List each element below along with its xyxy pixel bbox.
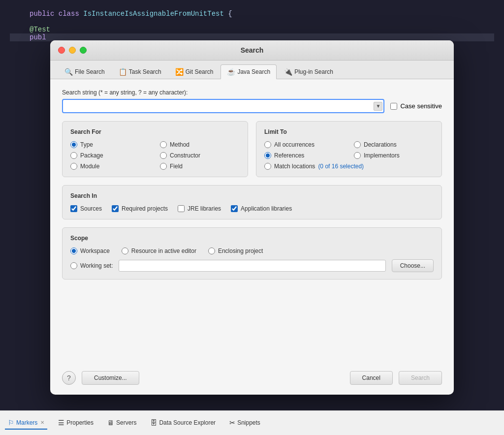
search-for-type-label: Type <box>80 141 93 148</box>
search-in-application-libraries-label: Application libraries <box>241 205 292 212</box>
case-sensitive-row: Case sensitive <box>390 102 442 110</box>
search-for-method-label: Method <box>170 141 189 148</box>
search-dropdown-arrow[interactable]: ▼ <box>374 102 382 111</box>
search-in-jre-libraries-label: JRE libraries <box>188 205 221 212</box>
search-input-wrapper: ▼ <box>62 99 384 113</box>
tab-plugin-search-label: Plug-in Search <box>294 68 333 75</box>
search-for-field-label: Field <box>170 163 183 170</box>
maximize-button[interactable] <box>80 47 87 54</box>
close-button[interactable] <box>58 47 65 54</box>
tab-java-search-label: Java Search <box>237 68 270 75</box>
limit-to-references-label: References <box>274 152 304 159</box>
task-search-icon: 📋 <box>119 68 127 76</box>
search-input[interactable] <box>62 99 384 113</box>
properties-icon: ☰ <box>58 419 64 427</box>
scope-panel: Scope Workspace Resource in active edito… <box>62 227 442 280</box>
scope-resource-label: Resource in active editor <box>131 248 196 254</box>
search-for-package-label: Package <box>80 152 103 159</box>
dialog-body: Search string (* = any string, ? = any c… <box>50 79 454 365</box>
file-search-icon: 🔍 <box>64 68 73 76</box>
working-set-input[interactable] <box>119 260 385 272</box>
search-in-application-libraries[interactable]: Application libraries <box>231 205 292 212</box>
search-for-constructor[interactable]: Constructor <box>160 152 240 159</box>
tab-task-search[interactable]: 📋 Task Search <box>112 64 168 79</box>
dialog-title: Search <box>241 46 264 54</box>
search-in-title: Search In <box>70 192 434 199</box>
bottom-tab-properties[interactable]: ☰ Properties <box>55 417 96 430</box>
case-sensitive-checkbox[interactable] <box>390 103 397 110</box>
tab-file-search[interactable]: 🔍 File Search <box>58 64 111 79</box>
limit-to-grid: All occurrences Declarations References <box>264 141 434 170</box>
servers-icon: 🖥 <box>107 419 114 427</box>
tab-git-search[interactable]: 🔀 Git Search <box>169 64 220 79</box>
scope-working-set-radio[interactable]: Working set: <box>70 262 113 269</box>
search-in-jre-libraries[interactable]: JRE libraries <box>178 205 221 212</box>
scope-row-2: Working set: Choose... <box>70 259 434 272</box>
limit-to-references[interactable]: References <box>264 152 344 159</box>
bottom-tab-servers[interactable]: 🖥 Servers <box>104 417 139 430</box>
customize-button[interactable]: Customize... <box>82 371 139 385</box>
search-string-label: Search string (* = any string, ? = any c… <box>62 89 442 96</box>
case-sensitive-label: Case sensitive <box>400 102 442 110</box>
tab-java-search[interactable]: ☕ Java Search <box>220 64 277 79</box>
limit-to-all-label: All occurrences <box>274 141 315 148</box>
limit-to-match-locations[interactable]: Match locations (0 of 16 selected) <box>264 163 434 170</box>
search-in-sources[interactable]: Sources <box>70 205 102 212</box>
bottom-bar: ⚐ Markers ✕ ☰ Properties 🖥 Servers 🗄 Dat… <box>0 410 504 435</box>
limit-to-declarations-label: Declarations <box>364 141 397 148</box>
match-locations-link[interactable]: (0 of 16 selected) <box>318 163 364 170</box>
limit-to-implementors-label: Implementors <box>364 152 400 159</box>
scope-enclosing-project[interactable]: Enclosing project <box>208 248 263 254</box>
cancel-button[interactable]: Cancel <box>350 371 393 385</box>
bottom-tab-markers[interactable]: ⚐ Markers ✕ <box>5 417 47 430</box>
search-in-panel: Search In Sources Required projects JRE … <box>62 185 442 219</box>
java-search-icon: ☕ <box>227 68 235 76</box>
help-button[interactable]: ? <box>62 371 76 385</box>
markers-close-icon[interactable]: ✕ <box>40 420 44 425</box>
scope-radios: Workspace Resource in active editor Encl… <box>70 248 434 272</box>
limit-to-title: Limit To <box>264 128 434 135</box>
search-for-field[interactable]: Field <box>160 163 240 170</box>
scope-workspace-label: Workspace <box>80 248 110 254</box>
tabs-bar: 🔍 File Search 📋 Task Search 🔀 Git Search… <box>50 61 454 79</box>
plugin-search-icon: 🔌 <box>284 68 292 76</box>
search-for-title: Search For <box>70 128 240 135</box>
bottom-tab-properties-label: Properties <box>66 419 94 426</box>
limit-to-implementors[interactable]: Implementors <box>354 152 434 159</box>
search-in-checkboxes: Sources Required projects JRE libraries … <box>70 205 434 212</box>
search-for-panel: Search For Type Method Package <box>62 121 248 177</box>
scope-title: Scope <box>70 235 434 242</box>
search-button[interactable]: Search <box>399 371 442 385</box>
search-for-package[interactable]: Package <box>70 152 150 159</box>
limit-to-match-label: Match locations <box>274 163 315 170</box>
limit-to-all-occurrences[interactable]: All occurrences <box>264 141 344 148</box>
choose-button[interactable]: Choose... <box>392 259 434 272</box>
search-for-module[interactable]: Module <box>70 163 150 170</box>
snippets-icon: ✂ <box>229 419 235 427</box>
search-for-method[interactable]: Method <box>160 141 240 148</box>
bottom-tab-snippets[interactable]: ✂ Snippets <box>226 417 263 430</box>
search-for-limit-to-row: Search For Type Method Package <box>62 121 442 177</box>
markers-icon: ⚐ <box>8 419 14 427</box>
bottom-tab-servers-label: Servers <box>116 419 136 426</box>
search-in-required-projects[interactable]: Required projects <box>112 205 168 212</box>
bottom-tab-data-source[interactable]: 🗄 Data Source Explorer <box>147 417 219 430</box>
bottom-tab-data-source-label: Data Source Explorer <box>159 419 216 426</box>
dialog-overlay: Search 🔍 File Search 📋 Task Search 🔀 Git… <box>0 0 504 435</box>
search-for-type[interactable]: Type <box>70 141 150 148</box>
search-in-required-projects-label: Required projects <box>122 205 168 212</box>
search-string-section: Search string (* = any string, ? = any c… <box>62 89 442 113</box>
dialog-footer: ? Customize... Cancel Search <box>50 365 454 395</box>
scope-row-1: Workspace Resource in active editor Encl… <box>70 248 434 254</box>
data-source-icon: 🗄 <box>150 419 157 427</box>
search-dialog: Search 🔍 File Search 📋 Task Search 🔀 Git… <box>50 40 454 395</box>
minimize-button[interactable] <box>69 47 76 54</box>
scope-resource-in-editor[interactable]: Resource in active editor <box>122 248 196 254</box>
limit-to-declarations[interactable]: Declarations <box>354 141 434 148</box>
tab-file-search-label: File Search <box>75 68 105 75</box>
search-in-sources-label: Sources <box>80 205 102 212</box>
window-controls <box>58 47 87 54</box>
search-for-constructor-label: Constructor <box>170 152 200 159</box>
tab-plugin-search[interactable]: 🔌 Plug-in Search <box>278 64 340 79</box>
scope-workspace[interactable]: Workspace <box>70 248 110 254</box>
